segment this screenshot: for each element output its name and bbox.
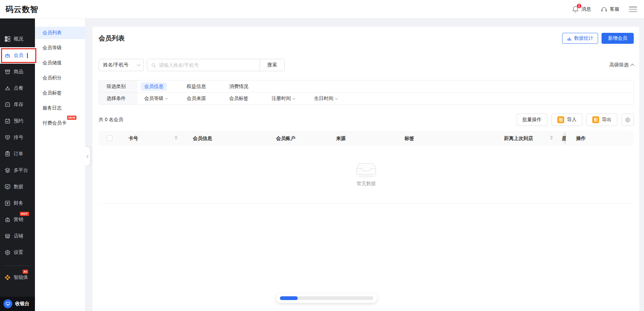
headset-icon bbox=[600, 6, 608, 13]
progress-track bbox=[280, 296, 373, 300]
office-file-icon: 初 bbox=[557, 116, 564, 123]
sidebar-item-inventory[interactable]: 库存 bbox=[0, 96, 35, 113]
column-member-account: 会员账户 bbox=[276, 131, 295, 145]
export-label: 导出 bbox=[602, 117, 611, 123]
messages-label: 消息 bbox=[581, 6, 591, 12]
sidebar-item-multiplatform[interactable]: 多平台 bbox=[0, 162, 35, 179]
filter-tab-label: 会员信息 bbox=[141, 82, 167, 91]
add-member-button[interactable]: 新增会员 bbox=[602, 33, 634, 44]
messages-button[interactable]: 1 消息 bbox=[572, 5, 591, 13]
sidebar-item-marketing[interactable]: HOT 营销 bbox=[0, 211, 35, 228]
search-button[interactable]: 搜索 bbox=[260, 59, 284, 71]
submenu-item-member-tags[interactable]: 会员标签 bbox=[35, 87, 85, 99]
sidebar-item-goods[interactable]: 商品 bbox=[0, 64, 35, 80]
filter-member-level-dropdown[interactable]: 会员等级 bbox=[144, 95, 187, 102]
sidebar-item-label: 库存 bbox=[14, 102, 23, 108]
gear-icon bbox=[4, 249, 11, 256]
filter-item-label: 会员等级 bbox=[144, 95, 163, 102]
ai-badge: AI bbox=[23, 270, 28, 274]
hamburger-menu-icon[interactable] bbox=[629, 7, 637, 12]
sidebar-item-booking[interactable]: 预约 bbox=[0, 113, 35, 129]
submenu-label: 会员列表 bbox=[42, 30, 62, 36]
import-button[interactable]: 初 导入 bbox=[552, 114, 582, 126]
sort-last-visit[interactable] bbox=[550, 135, 553, 140]
search-field-select[interactable]: 姓名/手机号 bbox=[99, 59, 144, 71]
messages-badge: 1 bbox=[577, 3, 582, 9]
sidebar-item-label: 点餐 bbox=[14, 85, 23, 91]
sidebar-item-data[interactable]: 数据 bbox=[0, 179, 35, 195]
column-tags: 标签 bbox=[405, 131, 414, 145]
filter-tab-consumption[interactable]: 消费情况 bbox=[229, 83, 272, 90]
select-all-checkbox[interactable] bbox=[107, 135, 112, 141]
submenu-item-member-list[interactable]: 会员列表 bbox=[35, 27, 85, 39]
filter-birthday-time-dropdown[interactable]: 生日时间 bbox=[314, 95, 357, 102]
advanced-filter-toggle[interactable]: 高级筛选 bbox=[609, 62, 634, 68]
data-statistics-button[interactable]: 数据统计 bbox=[562, 33, 598, 44]
sidebar-item-finance[interactable]: 财务 bbox=[0, 195, 35, 211]
sort-card-number[interactable] bbox=[175, 135, 177, 140]
submenu-item-service-log[interactable]: 服务日志 bbox=[35, 102, 85, 114]
secondary-sidebar: 会员列表 会员等级 会员储值 会员积分 会员标签 服务日志 付费会员卡 NEW bbox=[35, 18, 85, 311]
filter-item-label: 生日时间 bbox=[314, 95, 333, 102]
submenu-item-member-level[interactable]: 会员等级 bbox=[35, 42, 85, 54]
empty-text: 暂无数据 bbox=[357, 181, 376, 187]
table-empty-area: 暂无数据 bbox=[99, 145, 634, 204]
export-button[interactable]: 初 导出 bbox=[586, 114, 617, 126]
sidebar-item-agent[interactable]: AI 智能体 bbox=[0, 269, 35, 286]
chevron-left-icon bbox=[86, 155, 90, 158]
filter-box: 筛选类别 会员信息 权益信息 消费情况 选择条件 会 bbox=[99, 80, 634, 105]
sidebar-item-overview[interactable]: 概况 bbox=[0, 31, 35, 47]
search-field-value: 姓名/手机号 bbox=[103, 62, 128, 68]
search-button-label: 搜索 bbox=[268, 62, 277, 68]
batch-operation-button[interactable]: 批量操作 bbox=[517, 114, 547, 126]
grid-icon bbox=[4, 36, 11, 42]
empty-inbox-icon bbox=[355, 162, 377, 178]
filter-tab-member-info[interactable]: 会员信息 bbox=[144, 82, 187, 91]
filter-member-tag[interactable]: 会员标签 bbox=[229, 95, 272, 102]
clover-icon bbox=[4, 274, 11, 281]
support-button[interactable]: 客服 bbox=[600, 6, 619, 13]
sidebar-item-settings[interactable]: 设置 bbox=[0, 244, 35, 261]
sidebar-item-dining[interactable]: 点餐 bbox=[0, 80, 35, 96]
submenu-item-member-points[interactable]: 会员积分 bbox=[35, 72, 85, 84]
filter-condition-label: 选择条件 bbox=[99, 93, 137, 104]
filter-tab-benefit-info[interactable]: 权益信息 bbox=[187, 83, 229, 90]
sidebar-item-label: 数据 bbox=[14, 184, 23, 190]
ticket-machine-icon bbox=[4, 134, 11, 141]
submenu-item-member-stored-value[interactable]: 会员储值 bbox=[35, 57, 85, 69]
column-settings-button[interactable] bbox=[621, 114, 634, 126]
column-last-visit: 距离上次到店 bbox=[504, 131, 533, 145]
sidebar-item-label: 多平台 bbox=[14, 167, 28, 173]
sidebar-item-orders[interactable]: 订单 bbox=[0, 146, 35, 162]
bar-chart-icon bbox=[567, 36, 572, 41]
chevron-down-icon bbox=[165, 97, 168, 100]
sidebar-item-queue[interactable]: 排号 bbox=[0, 129, 35, 146]
sidebar-collapse-handle[interactable] bbox=[85, 147, 90, 166]
chevron-down-icon bbox=[335, 97, 338, 100]
cloche-icon bbox=[4, 85, 11, 91]
calendar-check-icon bbox=[4, 118, 11, 124]
chevron-up-icon bbox=[630, 64, 634, 67]
filter-member-source[interactable]: 会员来源 bbox=[187, 95, 229, 102]
submenu-label: 服务日志 bbox=[42, 105, 62, 111]
submenu-label: 付费会员卡 bbox=[42, 120, 66, 126]
filter-register-time-dropdown[interactable]: 注册时间 bbox=[272, 95, 314, 102]
app-logo: 码云数智 bbox=[5, 0, 38, 18]
crown-icon bbox=[4, 52, 11, 59]
cashier-button[interactable]: 收银台 bbox=[0, 297, 35, 311]
sidebar-item-store[interactable]: 店铺 bbox=[0, 228, 35, 244]
search-input[interactable] bbox=[147, 59, 260, 71]
layers-icon bbox=[4, 167, 11, 173]
filter-category-label: 筛选类别 bbox=[99, 80, 137, 92]
member-list-card: 会员列表 数据统计 新增会员 bbox=[92, 27, 639, 311]
sidebar-item-label: 会员 bbox=[14, 52, 23, 59]
sidebar-divider bbox=[4, 265, 31, 266]
sidebar-item-label: 概况 bbox=[14, 36, 23, 42]
filter-item-label: 会员标签 bbox=[229, 95, 248, 102]
filter-tab-label: 权益信息 bbox=[187, 83, 206, 90]
column-card-number: 卡号 bbox=[128, 131, 138, 145]
sidebar-item-label: 营销 bbox=[14, 217, 23, 223]
sidebar-item-members[interactable]: 会员 bbox=[0, 47, 35, 64]
submenu-item-paid-member-card[interactable]: 付费会员卡 NEW bbox=[35, 117, 85, 129]
sidebar-item-label: 订单 bbox=[14, 151, 23, 157]
